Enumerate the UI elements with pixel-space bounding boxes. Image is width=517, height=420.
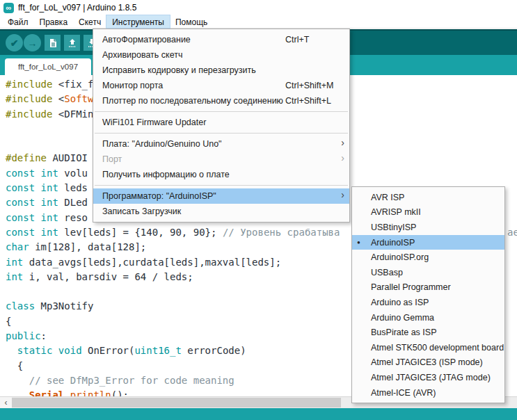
open-button[interactable] xyxy=(64,35,80,51)
title-bar: ∞ fft_for_LoL_v097 | Arduino 1.8.5 xyxy=(0,0,517,15)
programmer-submenu: AVR ISPAVRISP mkIIUSBtinyISP●ArduinoISPA… xyxy=(351,186,505,403)
tools-menu-item-0[interactable]: АвтоФорматированиеCtrl+T xyxy=(93,32,349,47)
programmer-option-avr-isp[interactable]: AVR ISP xyxy=(352,190,504,205)
programmer-option-arduino-gemma[interactable]: Arduino Gemma xyxy=(352,310,504,325)
menu-shortcut: Ctrl+Shift+L xyxy=(285,96,331,106)
window-title: fft_for_LoL_v097 | Arduino 1.8.5 xyxy=(18,3,136,13)
menubar-item-3[interactable]: Инструменты xyxy=(106,15,170,28)
right-arrow-icon: → xyxy=(28,38,38,49)
programmer-option-arduino-as-isp[interactable]: Arduino as ISP xyxy=(352,295,504,310)
menubar: ФайлПравкаСкетчИнструментыПомощь xyxy=(0,15,517,29)
scrollbar-thumb[interactable] xyxy=(12,398,341,407)
comment-tail-fragment: ае xyxy=(507,225,517,240)
programmer-option-usbtinyisp[interactable]: USBtinyISP xyxy=(352,220,504,235)
verify-button[interactable]: ✔ xyxy=(6,34,23,51)
status-bar xyxy=(0,408,517,420)
tab-sketch[interactable]: fft_for_LoL_v097 xyxy=(5,58,91,75)
tools-menu-item-4[interactable]: Плоттер по последовательному соединениюC… xyxy=(93,93,349,108)
menubar-item-4[interactable]: Помощь xyxy=(170,15,213,28)
check-icon: ✔ xyxy=(10,38,19,49)
programmer-option-atmel-jtagice3-jtag-mode-[interactable]: Atmel JTAGICE3 (JTAG mode) xyxy=(352,370,504,385)
menu-separator xyxy=(95,185,348,186)
programmer-option-arduinoisp-org[interactable]: ArduinoISP.org xyxy=(352,250,504,265)
submenu-arrow-icon: › xyxy=(341,152,344,163)
selected-radio-icon: ● xyxy=(357,239,360,245)
tools-menu: АвтоФорматированиеCtrl+TАрхивировать ске… xyxy=(93,29,350,223)
programmer-option-atmel-jtagice3-isp-mode-[interactable]: Atmel JTAGICE3 (ISP mode) xyxy=(352,355,504,371)
tools-menu-item-9: Порт› xyxy=(93,152,349,167)
menubar-item-0[interactable]: Файл xyxy=(2,15,34,28)
arduino-logo-icon: ∞ xyxy=(3,3,14,13)
new-document-icon xyxy=(48,38,58,48)
menu-shortcut: Ctrl+Shift+M xyxy=(285,81,333,90)
menu-shortcut: Ctrl+T xyxy=(285,35,309,45)
programmer-option-atmel-stk500-development-board[interactable]: Atmel STK500 development board xyxy=(352,340,504,355)
programmer-option-usbasp[interactable]: USBasp xyxy=(352,265,504,280)
tools-menu-item-8[interactable]: Плата: "Arduino/Genuino Uno"› xyxy=(93,136,349,152)
scroll-left-arrow-icon[interactable]: ‹ xyxy=(0,397,12,408)
submenu-arrow-icon: › xyxy=(341,189,344,200)
programmer-option-parallel-programmer[interactable]: Parallel Programmer xyxy=(352,280,504,296)
new-sketch-button[interactable] xyxy=(45,35,61,51)
upload-button[interactable]: → xyxy=(24,34,41,51)
tools-menu-item-1[interactable]: Архивировать скетч xyxy=(93,47,349,63)
menubar-item-1[interactable]: Правка xyxy=(34,15,74,28)
tools-menu-item-6[interactable]: WiFi101 Firmware Updater xyxy=(93,115,349,130)
programmer-option-buspirate-as-isp[interactable]: BusPirate as ISP xyxy=(352,325,504,340)
menu-separator xyxy=(95,111,348,112)
menubar-item-2[interactable]: Скетч xyxy=(73,15,106,28)
programmer-option-avrisp-mkii[interactable]: AVRISP mkII xyxy=(352,205,504,220)
programmer-option-arduinoisp[interactable]: ●ArduinoISP xyxy=(352,235,504,250)
tools-menu-item-10[interactable]: Получить информацию о плате xyxy=(93,167,349,182)
programmer-option-atmel-ice-avr-[interactable]: Atmel-ICE (AVR) xyxy=(352,385,504,401)
tools-menu-item-3[interactable]: Монитор портаCtrl+Shift+M xyxy=(93,78,349,93)
tools-menu-item-2[interactable]: Исправить кодировку и перезагрузить xyxy=(93,63,349,78)
tools-menu-item-13[interactable]: Записать Загрузчик xyxy=(93,204,349,219)
submenu-arrow-icon: › xyxy=(341,137,344,148)
menu-separator xyxy=(95,133,348,134)
tools-menu-item-12[interactable]: Программатор: "ArduinoISP"› xyxy=(93,188,349,204)
open-up-arrow-icon xyxy=(67,38,77,48)
